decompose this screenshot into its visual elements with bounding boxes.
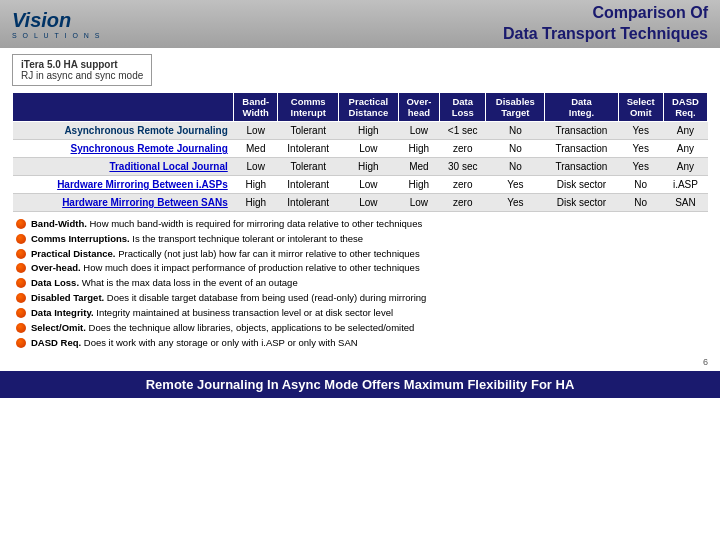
col-header-integrity: DataInteg.: [545, 93, 618, 122]
cell-2: High: [339, 122, 399, 140]
page-number: 6: [0, 357, 720, 367]
bullet-dot-icon: [16, 308, 26, 318]
cell-4: zero: [440, 194, 486, 212]
bullet-dot-icon: [16, 293, 26, 303]
list-item: Select/Omit. Does the technique allow li…: [16, 322, 704, 335]
row-label[interactable]: Synchronous Remote Journaling: [13, 140, 234, 158]
bullet-dot-icon: [16, 263, 26, 273]
row-label[interactable]: Hardware Mirroring Between i.ASPs: [13, 176, 234, 194]
bullet-text: Select/Omit. Does the technique allow li…: [31, 322, 414, 335]
col-header-label: [13, 93, 234, 122]
cell-6: Transaction: [545, 140, 618, 158]
bullet-dot-icon: [16, 338, 26, 348]
cell-4: zero: [440, 140, 486, 158]
cell-0: High: [234, 194, 278, 212]
cell-6: Disk sector: [545, 176, 618, 194]
bullet-text: Band-Width. How much band-width is requi…: [31, 218, 422, 231]
bullet-text: Disabled Target. Does it disable target …: [31, 292, 426, 305]
cell-2: Low: [339, 176, 399, 194]
col-header-dataloss: DataLoss: [440, 93, 486, 122]
cell-3: High: [398, 140, 439, 158]
cell-8: i.ASP: [663, 176, 707, 194]
cell-8: Any: [663, 122, 707, 140]
cell-7: No: [618, 194, 663, 212]
table-row: Traditional Local JournalLowTolerantHigh…: [13, 158, 708, 176]
cell-0: High: [234, 176, 278, 194]
list-item: DASD Req. Does it work with any storage …: [16, 337, 704, 350]
bullet-dot-icon: [16, 249, 26, 259]
col-header-comms: CommsInterupt: [278, 93, 339, 122]
list-item: Comms Interruptions. Is the transport te…: [16, 233, 704, 246]
cell-6: Transaction: [545, 158, 618, 176]
cell-3: Low: [398, 194, 439, 212]
page-title: Comparison Of Data Transport Techniques: [503, 3, 708, 45]
cell-7: Yes: [618, 122, 663, 140]
cell-1: Tolerant: [278, 158, 339, 176]
table-row: Hardware Mirroring Between i.ASPsHighInt…: [13, 176, 708, 194]
cell-8: Any: [663, 140, 707, 158]
info-subtitle: RJ in async and sync mode: [21, 70, 143, 81]
cell-5: Yes: [486, 176, 545, 194]
info-box: iTera 5.0 HA support RJ in async and syn…: [12, 54, 152, 86]
cell-0: Med: [234, 140, 278, 158]
table-row: Synchronous Remote JournalingMedIntolera…: [13, 140, 708, 158]
cell-1: Intolerant: [278, 140, 339, 158]
bullet-dot-icon: [16, 278, 26, 288]
bullet-text: DASD Req. Does it work with any storage …: [31, 337, 358, 350]
footer: Remote Journaling In Async Mode Offers M…: [0, 371, 720, 398]
table-row: Hardware Mirroring Between SANsHighIntol…: [13, 194, 708, 212]
cell-5: No: [486, 140, 545, 158]
bullet-dot-icon: [16, 234, 26, 244]
logo-sub: S O L U T I O N S: [12, 32, 102, 39]
cell-4: zero: [440, 176, 486, 194]
list-item: Disabled Target. Does it disable target …: [16, 292, 704, 305]
cell-0: Low: [234, 158, 278, 176]
cell-5: No: [486, 122, 545, 140]
bullet-text: Practical Distance. Practically (not jus…: [31, 248, 420, 261]
cell-8: Any: [663, 158, 707, 176]
cell-1: Intolerant: [278, 176, 339, 194]
main-content: iTera 5.0 HA support RJ in async and syn…: [0, 48, 720, 355]
logo-text: Vision: [12, 9, 71, 32]
bullet-section: Band-Width. How much band-width is requi…: [12, 218, 708, 349]
cell-7: Yes: [618, 158, 663, 176]
list-item: Band-Width. How much band-width is requi…: [16, 218, 704, 231]
comparison-table: Band-Width CommsInterupt PracticalDistan…: [12, 92, 708, 212]
table-row: Asynchronous Remote JournalingLowToleran…: [13, 122, 708, 140]
cell-8: SAN: [663, 194, 707, 212]
col-header-distance: PracticalDistance: [339, 93, 399, 122]
list-item: Practical Distance. Practically (not jus…: [16, 248, 704, 261]
list-item: Over-head. How much does it impact perfo…: [16, 262, 704, 275]
cell-2: Low: [339, 140, 399, 158]
bullet-text: Over-head. How much does it impact perfo…: [31, 262, 420, 275]
cell-5: No: [486, 158, 545, 176]
cell-6: Transaction: [545, 122, 618, 140]
col-header-overhead: Over-head: [398, 93, 439, 122]
cell-1: Intolerant: [278, 194, 339, 212]
cell-2: High: [339, 158, 399, 176]
col-header-bandwidth: Band-Width: [234, 93, 278, 122]
logo-area: Vision S O L U T I O N S: [12, 9, 102, 39]
row-label: Asynchronous Remote Journaling: [13, 122, 234, 140]
cell-0: Low: [234, 122, 278, 140]
col-header-select: SelectOmit: [618, 93, 663, 122]
footer-text: Remote Journaling In Async Mode Offers M…: [146, 377, 575, 392]
col-header-dasd: DASDReq.: [663, 93, 707, 122]
cell-3: High: [398, 176, 439, 194]
cell-3: Low: [398, 122, 439, 140]
row-label[interactable]: Traditional Local Journal: [13, 158, 234, 176]
col-header-disables: DisablesTarget: [486, 93, 545, 122]
cell-4: 30 sec: [440, 158, 486, 176]
bullet-text: Data Integrity. Integrity maintained at …: [31, 307, 393, 320]
bullet-dot-icon: [16, 219, 26, 229]
bullet-text: Comms Interruptions. Is the transport te…: [31, 233, 363, 246]
cell-1: Tolerant: [278, 122, 339, 140]
cell-3: Med: [398, 158, 439, 176]
row-label[interactable]: Hardware Mirroring Between SANs: [13, 194, 234, 212]
cell-5: Yes: [486, 194, 545, 212]
cell-6: Disk sector: [545, 194, 618, 212]
bullet-dot-icon: [16, 323, 26, 333]
list-item: Data Integrity. Integrity maintained at …: [16, 307, 704, 320]
info-title: iTera 5.0 HA support: [21, 59, 118, 70]
cell-7: No: [618, 176, 663, 194]
